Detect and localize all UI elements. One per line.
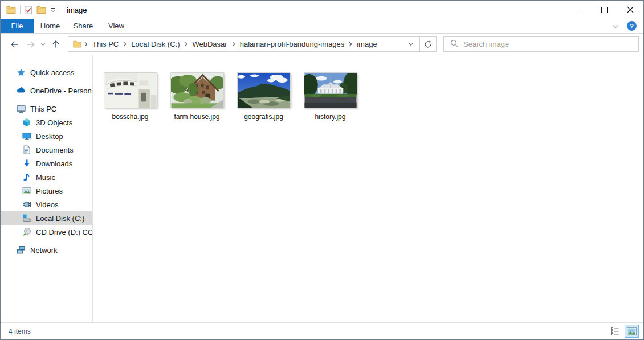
sidebar-item-label: Videos bbox=[36, 200, 59, 209]
refresh-icon[interactable] bbox=[420, 36, 437, 52]
star-icon bbox=[17, 68, 26, 77]
minimize-icon[interactable] bbox=[565, 1, 591, 19]
thumbnails-view-icon[interactable] bbox=[625, 325, 639, 338]
up-arrow-icon[interactable] bbox=[47, 36, 64, 52]
tab-home[interactable]: Home bbox=[34, 19, 67, 33]
picture-icon bbox=[22, 186, 31, 195]
bosscha-thumbnail bbox=[104, 72, 157, 108]
navigation-bar: This PC Local Disk (C:) WebDasar halaman… bbox=[1, 34, 643, 55]
desktop-icon bbox=[22, 132, 31, 141]
film-icon bbox=[22, 200, 31, 209]
sidebar-item-label: Quick access bbox=[30, 68, 74, 77]
sidebar-item-label: Local Disk (C:) bbox=[36, 214, 84, 223]
sidebar-item-this-pc[interactable]: This PC bbox=[1, 102, 92, 116]
sidebar-item-label: This PC bbox=[30, 105, 56, 113]
chevron-right-icon bbox=[84, 42, 88, 47]
expand-ribbon-chevron-down-icon[interactable] bbox=[612, 21, 619, 31]
sidebar-item-videos[interactable]: Videos bbox=[1, 198, 92, 211]
sidebar-item-3d-objects[interactable]: 3D Objects bbox=[1, 116, 92, 129]
sidebar-item-label: OneDrive - Personal bbox=[30, 87, 93, 95]
folder-icon bbox=[6, 6, 16, 14]
music-note-icon bbox=[22, 173, 31, 182]
new-folder-icon[interactable] bbox=[36, 6, 46, 14]
sidebar-item-label: Pictures bbox=[36, 187, 63, 195]
file-item-history[interactable]: history.jpg bbox=[303, 72, 357, 121]
sidebar-item-label: Desktop bbox=[36, 132, 63, 141]
chevron-right-icon bbox=[123, 42, 127, 47]
explorer-body: Quick access OneDrive - Personal This PC… bbox=[1, 55, 643, 322]
sidebar-item-label: Music bbox=[36, 173, 55, 182]
forward-arrow-icon[interactable] bbox=[23, 36, 38, 52]
tab-view[interactable]: View bbox=[100, 19, 133, 33]
geografis-thumbnail bbox=[237, 72, 291, 108]
sidebar-item-downloads[interactable]: Downloads bbox=[1, 157, 92, 170]
search-icon bbox=[450, 39, 458, 50]
ribbon-tab-bar: File Home Share View ? bbox=[1, 19, 643, 34]
status-bar: 4 items bbox=[1, 322, 643, 339]
document-icon bbox=[22, 145, 31, 154]
chevron-right-icon bbox=[184, 42, 188, 47]
details-view-icon[interactable] bbox=[608, 325, 622, 338]
file-name: farm-house.jpg bbox=[174, 113, 219, 121]
sidebar-item-quick-access[interactable]: Quick access bbox=[1, 65, 92, 79]
navigation-pane: Quick access OneDrive - Personal This PC… bbox=[1, 55, 93, 322]
cd-drive-icon bbox=[22, 227, 31, 236]
window-title: image bbox=[67, 6, 87, 14]
sidebar-item-documents[interactable]: Documents bbox=[1, 143, 92, 157]
close-icon[interactable] bbox=[617, 1, 643, 19]
breadcrumb-image[interactable]: image bbox=[353, 40, 381, 48]
sidebar-item-network[interactable]: Network bbox=[1, 243, 92, 257]
folder-icon bbox=[73, 40, 81, 48]
sidebar-item-label: CD Drive (D:) CCCO bbox=[36, 228, 93, 236]
computer-icon bbox=[17, 104, 26, 113]
chevron-right-icon bbox=[231, 42, 236, 47]
network-icon bbox=[17, 245, 26, 255]
sidebar-item-label: Documents bbox=[36, 146, 74, 154]
customize-qat-chevron-down-icon[interactable] bbox=[50, 7, 56, 13]
properties-check-icon[interactable] bbox=[25, 6, 32, 14]
search-box bbox=[443, 36, 639, 52]
breadcrumb-this-pc[interactable]: This PC bbox=[88, 40, 123, 48]
address-dropdown-chevron-down-icon[interactable] bbox=[406, 42, 416, 46]
history-thumbnail bbox=[304, 72, 357, 108]
breadcrumb-halaman-profil-bandung-images[interactable]: halaman-profil-bandung-images bbox=[236, 40, 349, 48]
divider bbox=[20, 5, 21, 14]
sidebar-item-local-disk-c[interactable]: Local Disk (C:) bbox=[1, 211, 92, 225]
breadcrumb-local-disk-c[interactable]: Local Disk (C:) bbox=[127, 40, 184, 48]
file-item-farm-house[interactable]: farm-house.jpg bbox=[170, 72, 224, 121]
cloud-icon bbox=[17, 86, 26, 95]
sidebar-item-label: Network bbox=[30, 246, 58, 255]
divider bbox=[39, 327, 39, 336]
title-bar: image bbox=[1, 1, 643, 19]
maximize-icon[interactable] bbox=[591, 1, 617, 19]
address-bar[interactable]: This PC Local Disk (C:) WebDasar halaman… bbox=[68, 36, 420, 52]
file-name: history.jpg bbox=[315, 113, 346, 121]
item-count: 4 items bbox=[9, 327, 31, 335]
search-input[interactable] bbox=[463, 40, 623, 48]
sidebar-item-label: Downloads bbox=[36, 159, 72, 168]
quick-access-toolbar: image bbox=[1, 5, 87, 14]
hard-drive-icon bbox=[22, 214, 31, 223]
tab-share[interactable]: Share bbox=[67, 19, 100, 33]
sidebar-item-label: 3D Objects bbox=[36, 118, 72, 127]
file-list: bosscha.jpg bbox=[93, 55, 643, 322]
sidebar-item-pictures[interactable]: Pictures bbox=[1, 184, 92, 198]
farm-house-thumbnail bbox=[170, 72, 224, 108]
file-name: bosscha.jpg bbox=[112, 113, 148, 121]
sidebar-item-onedrive[interactable]: OneDrive - Personal bbox=[1, 84, 92, 97]
file-item-bosscha[interactable]: bosscha.jpg bbox=[103, 72, 157, 121]
breadcrumb-webdasar[interactable]: WebDasar bbox=[188, 40, 231, 48]
help-icon[interactable]: ? bbox=[627, 21, 637, 31]
sidebar-item-desktop[interactable]: Desktop bbox=[1, 129, 92, 143]
back-arrow-icon[interactable] bbox=[6, 36, 23, 52]
divider bbox=[60, 5, 60, 14]
ribbon-right-controls: ? bbox=[612, 19, 643, 33]
tab-file[interactable]: File bbox=[1, 19, 34, 33]
sidebar-item-cd-drive-d[interactable]: CD Drive (D:) CCCO bbox=[1, 225, 92, 239]
sidebar-item-music[interactable]: Music bbox=[1, 170, 92, 184]
cube-icon bbox=[22, 118, 31, 127]
history-chevron-down-icon[interactable] bbox=[38, 36, 47, 52]
file-explorer-window: image File Home Share View ? bbox=[0, 0, 644, 340]
window-controls bbox=[565, 1, 643, 19]
file-item-geografis[interactable]: geografis.jpg bbox=[237, 72, 291, 121]
